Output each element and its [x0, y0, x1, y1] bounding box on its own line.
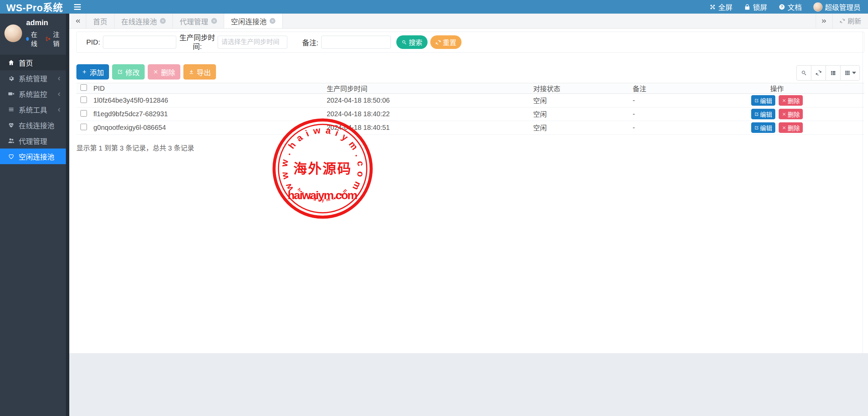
- reset-button[interactable]: 重置: [430, 35, 462, 49]
- refresh-icon: [839, 18, 845, 24]
- sync-time-input[interactable]: [218, 36, 287, 49]
- list-view-icon: [830, 70, 836, 76]
- online-status-dot: [26, 37, 29, 41]
- cell-pid: 1l0fz64be3y45f0-912846: [91, 94, 325, 107]
- main-area: 首页 在线连接池 × 代理管理 × 空闲连接池 × 刷新 PID: 生产同步时间…: [69, 14, 868, 416]
- modify-button[interactable]: 修改: [112, 64, 145, 80]
- search-icon: [401, 39, 407, 45]
- svg-text:w w w . h a i w a i y m . c o: w w w . h a i w a i y m . c o m: [279, 125, 366, 193]
- tab-close-icon[interactable]: ×: [270, 18, 275, 24]
- tab-list: 首页 在线连接池 × 代理管理 × 空闲连接池 ×: [86, 14, 283, 28]
- caret-down-icon: [852, 72, 856, 74]
- sidebar-item-heart[interactable]: 空闲连接池: [0, 149, 66, 164]
- note-input[interactable]: [321, 36, 391, 49]
- double-chevron-right-icon: [821, 18, 828, 24]
- cell-note: -: [631, 121, 690, 135]
- x-icon: [153, 69, 159, 75]
- online-status-label: 在线: [31, 30, 40, 48]
- search-button[interactable]: 搜索: [396, 35, 428, 49]
- sidebar: admin 在线 注销 首页 系统管理 ‹ 系统监控 ‹ 系统工具 ‹ 在线连接…: [0, 14, 66, 416]
- cell-status: 空闲: [531, 121, 631, 135]
- navbar-item-expand[interactable]: 全屏: [709, 2, 733, 12]
- camera-icon: [7, 90, 15, 97]
- table-view-list-button[interactable]: [826, 65, 840, 81]
- logout-link[interactable]: 注销: [53, 30, 62, 48]
- tabs-scroll-right-button[interactable]: [816, 14, 833, 28]
- search-icon: [801, 70, 807, 76]
- footer-strip: [69, 353, 868, 416]
- tab-0[interactable]: 首页: [86, 14, 114, 28]
- tab-refresh-button[interactable]: 刷新: [833, 14, 868, 28]
- table-columns-button[interactable]: [840, 65, 860, 81]
- table-refresh-button[interactable]: [811, 65, 826, 81]
- tab-1[interactable]: 在线连接池 ×: [114, 14, 173, 28]
- pid-label: PID:: [86, 38, 100, 46]
- content-right-divider: [863, 32, 863, 353]
- add-button[interactable]: 添加: [76, 64, 109, 80]
- edit-icon: [754, 125, 759, 130]
- row-edit-button[interactable]: 编辑: [751, 109, 775, 119]
- cell-sync-time: 2024-04-18 18:40:51: [325, 121, 531, 135]
- gear-icon: [7, 75, 15, 82]
- export-button[interactable]: 导出: [183, 64, 216, 80]
- expand-icon: [709, 4, 716, 10]
- pagination-summary: 显示第 1 到第 3 条记录，总共 3 条记录: [76, 143, 868, 153]
- sidebar-item-gear[interactable]: 系统管理 ‹: [0, 70, 66, 86]
- cell-sync-time: 2024-04-18 18:40:22: [325, 107, 531, 121]
- row-delete-button[interactable]: 删除: [779, 109, 803, 119]
- delete-button[interactable]: 删除: [148, 64, 180, 80]
- tab-close-icon[interactable]: ×: [160, 18, 166, 24]
- download-icon: [188, 69, 194, 75]
- row-edit-button[interactable]: 编辑: [751, 95, 775, 106]
- sidebar-toggle-button[interactable]: [69, 0, 86, 14]
- sync-time-label: 生产同步时间:: [178, 33, 216, 51]
- cell-pid: fl1egd9bfz5dcz7-682931: [91, 107, 325, 121]
- cell-note: -: [631, 94, 690, 107]
- navbar-item-lock[interactable]: 锁屏: [744, 2, 767, 12]
- tabs-scroll-left-button[interactable]: [69, 14, 86, 28]
- col-header-sync-time: 生产同步时间: [325, 83, 531, 94]
- table-search-button[interactable]: [796, 65, 811, 81]
- row-checkbox[interactable]: [80, 97, 87, 103]
- page-content: PID: 生产同步时间: 备注: 搜索 重置 添加: [69, 32, 868, 353]
- cell-status: 空闲: [531, 107, 631, 121]
- svg-text:h a i w a i y m . c o m: h a i w a i y m . c o m: [296, 187, 348, 203]
- tab-close-icon[interactable]: ×: [211, 18, 217, 24]
- table-row: 1l0fz64be3y45f0-912846 2024-04-18 18:50:…: [76, 94, 864, 107]
- sidebar-item-heartbeat[interactable]: 在线连接池: [0, 117, 66, 133]
- heartbeat-icon: [7, 122, 15, 128]
- navbar-right: 全屏 锁屏 ? 文档 超级管理员: [709, 2, 868, 12]
- cell-note: -: [631, 107, 690, 121]
- logout-icon: [45, 36, 51, 42]
- cell-sync-time: 2024-04-18 18:50:06: [325, 94, 531, 107]
- sidebar-item-home[interactable]: 首页: [0, 55, 66, 70]
- tabbar: 首页 在线连接池 × 代理管理 × 空闲连接池 × 刷新: [69, 14, 868, 29]
- x-icon: [782, 125, 786, 130]
- row-checkbox[interactable]: [80, 110, 87, 117]
- stamp-arc-top-text: w w w . h a i w a i y m . c o m: [279, 125, 366, 193]
- sidebar-item-camera[interactable]: 系统监控 ‹: [0, 86, 66, 102]
- row-edit-button[interactable]: 编辑: [751, 122, 775, 133]
- note-label: 备注:: [302, 37, 319, 47]
- chevron-left-icon: ‹: [58, 74, 60, 82]
- sidebar-item-users[interactable]: 代理管理: [0, 133, 66, 149]
- table-view-controls: [796, 65, 860, 81]
- edit-icon: [754, 98, 759, 103]
- navbar-avatar: [813, 2, 822, 12]
- navbar-item-question[interactable]: ? 文档: [779, 2, 802, 12]
- select-all-checkbox[interactable]: [80, 84, 87, 91]
- tab-3[interactable]: 空闲连接池 ×: [224, 14, 283, 28]
- navbar-user-label: 超级管理员: [825, 2, 861, 12]
- tab-2[interactable]: 代理管理 ×: [173, 14, 224, 28]
- pid-input[interactable]: [103, 36, 176, 49]
- search-form: PID: 生产同步时间: 备注: 搜索 重置: [76, 32, 864, 53]
- navbar-user[interactable]: 超级管理员: [813, 2, 861, 12]
- x-icon: [782, 112, 786, 117]
- double-chevron-left-icon: [74, 18, 81, 24]
- sidebar-item-list[interactable]: 系统工具 ‹: [0, 102, 66, 117]
- svg-text:?: ?: [781, 5, 783, 9]
- brand-title: WS-Pro系统: [0, 0, 69, 14]
- row-delete-button[interactable]: 删除: [779, 95, 803, 106]
- row-checkbox[interactable]: [80, 124, 87, 130]
- row-delete-button[interactable]: 删除: [779, 122, 803, 133]
